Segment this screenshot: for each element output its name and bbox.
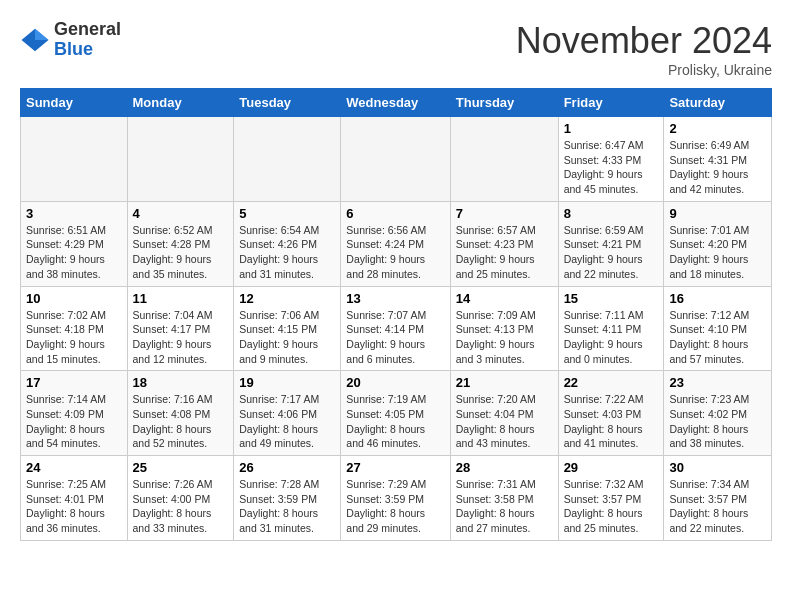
day-info: Sunrise: 7:20 AM Sunset: 4:04 PM Dayligh…: [456, 392, 553, 451]
day-number: 22: [564, 375, 659, 390]
calendar-cell: [450, 117, 558, 202]
day-number: 20: [346, 375, 444, 390]
calendar-cell: 17Sunrise: 7:14 AM Sunset: 4:09 PM Dayli…: [21, 371, 128, 456]
calendar-cell: 24Sunrise: 7:25 AM Sunset: 4:01 PM Dayli…: [21, 456, 128, 541]
calendar-cell: 29Sunrise: 7:32 AM Sunset: 3:57 PM Dayli…: [558, 456, 664, 541]
day-number: 29: [564, 460, 659, 475]
calendar-week-row: 10Sunrise: 7:02 AM Sunset: 4:18 PM Dayli…: [21, 286, 772, 371]
logo: General Blue: [20, 20, 121, 60]
calendar-cell: 6Sunrise: 6:56 AM Sunset: 4:24 PM Daylig…: [341, 201, 450, 286]
day-number: 18: [133, 375, 229, 390]
day-info: Sunrise: 7:29 AM Sunset: 3:59 PM Dayligh…: [346, 477, 444, 536]
logo-general: General: [54, 20, 121, 40]
calendar-cell: 16Sunrise: 7:12 AM Sunset: 4:10 PM Dayli…: [664, 286, 772, 371]
day-info: Sunrise: 6:57 AM Sunset: 4:23 PM Dayligh…: [456, 223, 553, 282]
day-info: Sunrise: 7:16 AM Sunset: 4:08 PM Dayligh…: [133, 392, 229, 451]
month-title: November 2024: [516, 20, 772, 62]
day-info: Sunrise: 7:23 AM Sunset: 4:02 PM Dayligh…: [669, 392, 766, 451]
day-info: Sunrise: 7:01 AM Sunset: 4:20 PM Dayligh…: [669, 223, 766, 282]
day-info: Sunrise: 7:11 AM Sunset: 4:11 PM Dayligh…: [564, 308, 659, 367]
day-info: Sunrise: 6:47 AM Sunset: 4:33 PM Dayligh…: [564, 138, 659, 197]
day-info: Sunrise: 7:31 AM Sunset: 3:58 PM Dayligh…: [456, 477, 553, 536]
day-number: 8: [564, 206, 659, 221]
calendar-cell: 25Sunrise: 7:26 AM Sunset: 4:00 PM Dayli…: [127, 456, 234, 541]
day-number: 27: [346, 460, 444, 475]
day-of-week-header: Friday: [558, 89, 664, 117]
calendar-cell: 8Sunrise: 6:59 AM Sunset: 4:21 PM Daylig…: [558, 201, 664, 286]
day-of-week-header: Thursday: [450, 89, 558, 117]
day-info: Sunrise: 6:52 AM Sunset: 4:28 PM Dayligh…: [133, 223, 229, 282]
day-number: 9: [669, 206, 766, 221]
day-info: Sunrise: 7:09 AM Sunset: 4:13 PM Dayligh…: [456, 308, 553, 367]
calendar-cell: [127, 117, 234, 202]
calendar-cell: 3Sunrise: 6:51 AM Sunset: 4:29 PM Daylig…: [21, 201, 128, 286]
calendar-table: SundayMondayTuesdayWednesdayThursdayFrid…: [20, 88, 772, 541]
day-info: Sunrise: 7:04 AM Sunset: 4:17 PM Dayligh…: [133, 308, 229, 367]
day-number: 10: [26, 291, 122, 306]
calendar-cell: 15Sunrise: 7:11 AM Sunset: 4:11 PM Dayli…: [558, 286, 664, 371]
day-info: Sunrise: 7:28 AM Sunset: 3:59 PM Dayligh…: [239, 477, 335, 536]
day-info: Sunrise: 6:49 AM Sunset: 4:31 PM Dayligh…: [669, 138, 766, 197]
logo-text: General Blue: [54, 20, 121, 60]
day-number: 17: [26, 375, 122, 390]
day-info: Sunrise: 6:59 AM Sunset: 4:21 PM Dayligh…: [564, 223, 659, 282]
calendar-cell: 10Sunrise: 7:02 AM Sunset: 4:18 PM Dayli…: [21, 286, 128, 371]
calendar-cell: [234, 117, 341, 202]
day-number: 4: [133, 206, 229, 221]
day-of-week-header: Sunday: [21, 89, 128, 117]
calendar-cell: 30Sunrise: 7:34 AM Sunset: 3:57 PM Dayli…: [664, 456, 772, 541]
svg-marker-1: [35, 29, 49, 40]
calendar-week-row: 3Sunrise: 6:51 AM Sunset: 4:29 PM Daylig…: [21, 201, 772, 286]
day-info: Sunrise: 7:07 AM Sunset: 4:14 PM Dayligh…: [346, 308, 444, 367]
day-number: 11: [133, 291, 229, 306]
day-info: Sunrise: 7:02 AM Sunset: 4:18 PM Dayligh…: [26, 308, 122, 367]
calendar-cell: 7Sunrise: 6:57 AM Sunset: 4:23 PM Daylig…: [450, 201, 558, 286]
calendar-cell: 1Sunrise: 6:47 AM Sunset: 4:33 PM Daylig…: [558, 117, 664, 202]
day-of-week-header: Wednesday: [341, 89, 450, 117]
calendar-week-row: 1Sunrise: 6:47 AM Sunset: 4:33 PM Daylig…: [21, 117, 772, 202]
day-number: 16: [669, 291, 766, 306]
calendar-cell: 21Sunrise: 7:20 AM Sunset: 4:04 PM Dayli…: [450, 371, 558, 456]
day-number: 15: [564, 291, 659, 306]
logo-icon: [20, 25, 50, 55]
calendar-cell: [21, 117, 128, 202]
calendar-cell: 14Sunrise: 7:09 AM Sunset: 4:13 PM Dayli…: [450, 286, 558, 371]
day-number: 3: [26, 206, 122, 221]
calendar-cell: 2Sunrise: 6:49 AM Sunset: 4:31 PM Daylig…: [664, 117, 772, 202]
day-number: 26: [239, 460, 335, 475]
calendar-cell: 13Sunrise: 7:07 AM Sunset: 4:14 PM Dayli…: [341, 286, 450, 371]
day-info: Sunrise: 7:06 AM Sunset: 4:15 PM Dayligh…: [239, 308, 335, 367]
calendar-cell: 11Sunrise: 7:04 AM Sunset: 4:17 PM Dayli…: [127, 286, 234, 371]
day-number: 14: [456, 291, 553, 306]
day-info: Sunrise: 7:12 AM Sunset: 4:10 PM Dayligh…: [669, 308, 766, 367]
day-number: 19: [239, 375, 335, 390]
day-info: Sunrise: 7:17 AM Sunset: 4:06 PM Dayligh…: [239, 392, 335, 451]
day-of-week-header: Monday: [127, 89, 234, 117]
day-of-week-header: Saturday: [664, 89, 772, 117]
location-subtitle: Prolisky, Ukraine: [516, 62, 772, 78]
day-number: 24: [26, 460, 122, 475]
calendar-cell: 19Sunrise: 7:17 AM Sunset: 4:06 PM Dayli…: [234, 371, 341, 456]
day-of-week-header: Tuesday: [234, 89, 341, 117]
calendar-cell: 4Sunrise: 6:52 AM Sunset: 4:28 PM Daylig…: [127, 201, 234, 286]
day-number: 7: [456, 206, 553, 221]
day-info: Sunrise: 7:26 AM Sunset: 4:00 PM Dayligh…: [133, 477, 229, 536]
calendar-cell: 27Sunrise: 7:29 AM Sunset: 3:59 PM Dayli…: [341, 456, 450, 541]
day-info: Sunrise: 7:14 AM Sunset: 4:09 PM Dayligh…: [26, 392, 122, 451]
calendar-cell: 12Sunrise: 7:06 AM Sunset: 4:15 PM Dayli…: [234, 286, 341, 371]
title-area: November 2024 Prolisky, Ukraine: [516, 20, 772, 78]
day-number: 6: [346, 206, 444, 221]
calendar-week-row: 17Sunrise: 7:14 AM Sunset: 4:09 PM Dayli…: [21, 371, 772, 456]
calendar-cell: 22Sunrise: 7:22 AM Sunset: 4:03 PM Dayli…: [558, 371, 664, 456]
day-info: Sunrise: 6:54 AM Sunset: 4:26 PM Dayligh…: [239, 223, 335, 282]
day-info: Sunrise: 6:56 AM Sunset: 4:24 PM Dayligh…: [346, 223, 444, 282]
calendar-week-row: 24Sunrise: 7:25 AM Sunset: 4:01 PM Dayli…: [21, 456, 772, 541]
calendar-cell: 28Sunrise: 7:31 AM Sunset: 3:58 PM Dayli…: [450, 456, 558, 541]
calendar-cell: 18Sunrise: 7:16 AM Sunset: 4:08 PM Dayli…: [127, 371, 234, 456]
calendar-cell: 26Sunrise: 7:28 AM Sunset: 3:59 PM Dayli…: [234, 456, 341, 541]
day-number: 21: [456, 375, 553, 390]
day-number: 13: [346, 291, 444, 306]
day-info: Sunrise: 6:51 AM Sunset: 4:29 PM Dayligh…: [26, 223, 122, 282]
day-number: 28: [456, 460, 553, 475]
day-info: Sunrise: 7:19 AM Sunset: 4:05 PM Dayligh…: [346, 392, 444, 451]
